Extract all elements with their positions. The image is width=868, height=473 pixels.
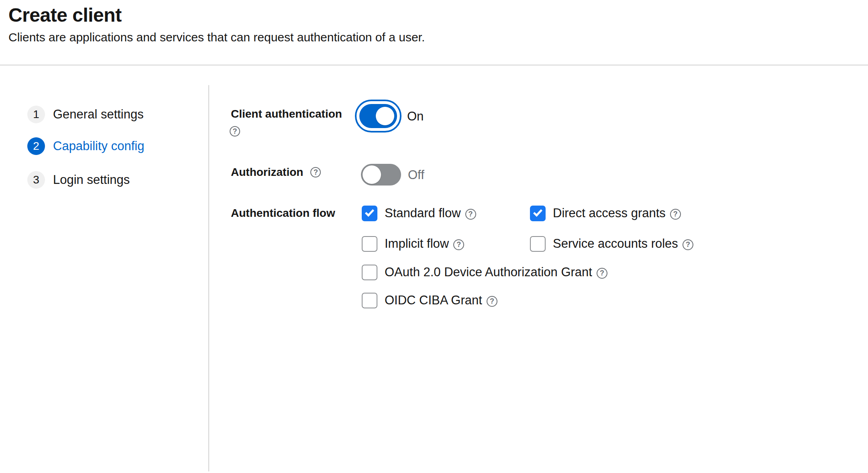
client-authentication-state-label: On [407,109,424,124]
question-circle-icon[interactable]: ? [487,296,497,307]
option-label: Standard flow [385,206,461,220]
question-circle-icon[interactable]: ? [597,268,607,279]
create-client-page: Create client Clients are applications a… [0,0,868,473]
option-label: Service accounts roles [553,236,678,251]
step-number-badge: 2 [27,137,45,155]
question-circle-icon[interactable]: ? [310,167,321,177]
option-direct-access-grants[interactable]: Direct access grants ? [530,205,681,221]
authorization-label-row: Authorization ? [231,166,321,179]
checkbox[interactable] [362,236,377,252]
option-standard-flow[interactable]: Standard flow ? [362,205,476,221]
step-label: General settings [53,107,144,122]
option-service-accounts-roles[interactable]: Service accounts roles ? [530,236,693,252]
step-label: Capability config [53,139,144,153]
checkmark-icon [365,207,374,217]
option-label: Implicit flow [385,236,449,251]
page-title: Create client [8,4,122,26]
question-circle-icon[interactable]: ? [465,209,476,220]
step-label: Login settings [53,173,130,187]
option-oidc-ciba-grant[interactable]: OIDC CIBA Grant ? [362,292,497,308]
checkbox[interactable] [362,265,377,280]
step-number-badge: 3 [27,171,45,189]
option-label: OIDC CIBA Grant [385,293,482,308]
wizard-nav-divider [208,85,209,471]
wizard-step-general-settings[interactable]: 1 General settings [27,106,144,123]
question-circle-icon[interactable]: ? [670,209,681,220]
authentication-flow-label: Authentication flow [231,207,335,220]
question-circle-icon[interactable]: ? [453,239,464,250]
authorization-label: Authorization [231,166,303,179]
client-authentication-toggle[interactable] [355,100,401,133]
option-label: Direct access grants [553,206,666,220]
checkbox[interactable] [530,236,546,252]
wizard-step-login-settings[interactable]: 3 Login settings [27,171,130,189]
step-number-badge: 1 [27,106,45,123]
checkbox[interactable] [362,293,377,308]
toggle-knob [363,165,381,184]
authorization-state-label: Off [408,168,424,182]
question-circle-icon[interactable]: ? [683,239,693,250]
option-oauth-device-authorization-grant[interactable]: OAuth 2.0 Device Authorization Grant ? [362,264,607,280]
checkbox[interactable] [530,206,546,221]
page-subtitle: Clients are applications and services th… [8,31,425,44]
checkmark-icon [533,207,542,217]
toggle-knob [376,107,394,125]
checkbox[interactable] [362,206,377,221]
toggle-track [359,104,397,128]
question-circle-icon[interactable]: ? [230,126,240,137]
wizard-step-capability-config[interactable]: 2 Capability config [27,137,144,155]
option-implicit-flow[interactable]: Implicit flow ? [362,236,464,252]
option-label: OAuth 2.0 Device Authorization Grant [385,265,592,279]
header-divider [0,65,868,65]
toggle-track [361,164,401,186]
client-authentication-label: Client authentication [231,108,342,120]
authorization-toggle[interactable] [361,164,401,186]
